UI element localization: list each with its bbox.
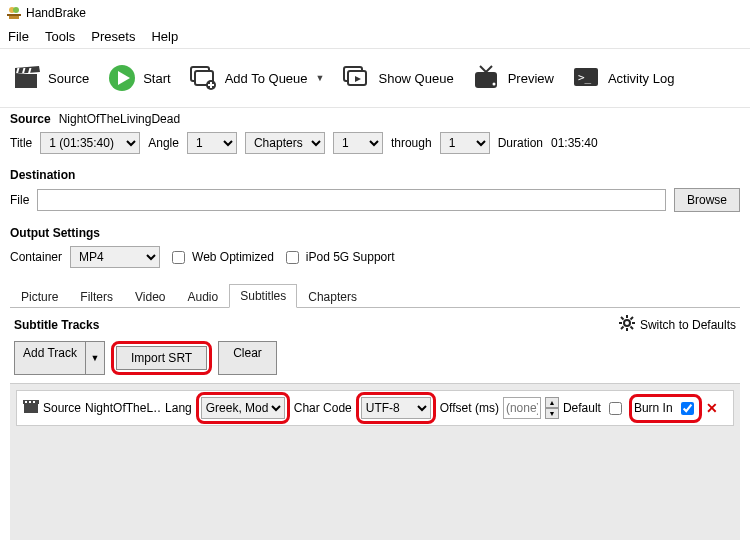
- toolbar-source-label: Source: [48, 71, 89, 86]
- track-lang-select[interactable]: Greek, Mod: [201, 397, 285, 419]
- row-icon: [23, 400, 39, 417]
- highlight-lang: Greek, Mod: [196, 392, 290, 424]
- destination-section: Destination File Browse: [0, 164, 750, 222]
- app-title: HandBrake: [26, 6, 86, 20]
- track-default-checkbox[interactable]: [609, 402, 622, 415]
- queue-add-icon: [189, 63, 219, 93]
- queue-icon: [342, 63, 372, 93]
- track-burnin-checkbox[interactable]: [681, 402, 694, 415]
- container-select[interactable]: MP4: [70, 246, 160, 268]
- angle-label: Angle: [148, 136, 179, 150]
- toolbar-show-queue-label: Show Queue: [378, 71, 453, 86]
- svg-rect-19: [475, 72, 497, 88]
- source-section: Source NightOfTheLivingDead Title 1 (01:…: [0, 108, 750, 164]
- toolbar-preview-label: Preview: [508, 71, 554, 86]
- svg-rect-34: [24, 404, 38, 413]
- play-icon: [107, 63, 137, 93]
- spinner-down[interactable]: ▼: [545, 408, 559, 419]
- title-select[interactable]: 1 (01:35:40): [40, 132, 140, 154]
- toolbar-preview[interactable]: Preview: [466, 59, 560, 97]
- toolbar-start[interactable]: Start: [101, 59, 176, 97]
- toolbar-start-label: Start: [143, 71, 170, 86]
- offset-spinner[interactable]: ▲ ▼: [545, 397, 559, 419]
- menu-help[interactable]: Help: [151, 29, 178, 44]
- toolbar-source[interactable]: Source: [6, 59, 95, 97]
- subtitle-tracks-heading: Subtitle Tracks: [14, 318, 99, 332]
- track-source-value: NightOfTheL…: [85, 401, 161, 415]
- terminal-icon: >_: [572, 63, 602, 93]
- add-track-button[interactable]: Add Track ▼: [14, 341, 105, 375]
- clapperboard-icon: [12, 63, 42, 93]
- title-bar: HandBrake: [0, 0, 750, 27]
- track-offset-input[interactable]: [503, 397, 541, 419]
- tab-picture[interactable]: Picture: [10, 285, 69, 308]
- highlight-burn-in: Burn In: [629, 394, 702, 423]
- gear-icon: [618, 314, 636, 335]
- svg-line-31: [630, 327, 633, 330]
- toolbar-add-to-queue[interactable]: Add To Queue ▼: [183, 59, 331, 97]
- svg-point-25: [624, 320, 630, 326]
- ipod-support-checkbox[interactable]: iPod 5G Support: [282, 248, 395, 267]
- menu-file[interactable]: File: [8, 29, 29, 44]
- track-source-label: Source: [43, 401, 81, 415]
- toolbar-activity-log[interactable]: >_ Activity Log: [566, 59, 680, 97]
- source-value: NightOfTheLivingDead: [59, 112, 180, 126]
- range-from-select[interactable]: 1: [333, 132, 383, 154]
- range-to-select[interactable]: 1: [440, 132, 490, 154]
- tabs: Picture Filters Video Audio Subtitles Ch…: [10, 284, 740, 308]
- switch-to-defaults[interactable]: Switch to Defaults: [618, 314, 736, 335]
- track-offset-label: Offset (ms): [440, 401, 499, 415]
- svg-rect-36: [25, 401, 27, 403]
- range-mode-select[interactable]: Chapters: [245, 132, 325, 154]
- track-default-label: Default: [563, 401, 601, 415]
- svg-line-20: [480, 66, 486, 72]
- svg-rect-37: [29, 401, 31, 403]
- browse-button[interactable]: Browse: [674, 188, 740, 212]
- toolbar-add-to-queue-label: Add To Queue: [225, 71, 308, 86]
- clear-button[interactable]: Clear: [218, 341, 277, 375]
- angle-select[interactable]: 1: [187, 132, 237, 154]
- output-settings-heading: Output Settings: [10, 226, 100, 240]
- svg-line-30: [621, 317, 624, 320]
- file-input[interactable]: [37, 189, 666, 211]
- menu-presets[interactable]: Presets: [91, 29, 135, 44]
- track-charcode-select[interactable]: UTF-8: [361, 397, 431, 419]
- app-icon: [6, 5, 22, 21]
- svg-line-21: [486, 66, 492, 72]
- tab-video[interactable]: Video: [124, 285, 176, 308]
- svg-point-22: [492, 83, 495, 86]
- menu-tools[interactable]: Tools: [45, 29, 75, 44]
- track-lang-label: Lang: [165, 401, 192, 415]
- container-label: Container: [10, 250, 62, 264]
- toolbar-show-queue[interactable]: Show Queue: [336, 59, 459, 97]
- subtitle-track-grid: Source NightOfTheL… Lang Greek, Mod Char…: [10, 383, 740, 540]
- import-srt-button[interactable]: Import SRT: [116, 346, 207, 370]
- svg-point-3: [13, 7, 19, 13]
- duration-value: 01:35:40: [551, 136, 598, 150]
- toolbar-activity-label: Activity Log: [608, 71, 674, 86]
- highlight-import-srt: Import SRT: [111, 341, 212, 375]
- subtitles-panel: Subtitle Tracks Switch to Defaults Add T…: [10, 308, 740, 538]
- svg-rect-1: [7, 14, 21, 16]
- source-label: Source: [10, 112, 51, 126]
- web-optimized-checkbox[interactable]: Web Optimized: [168, 248, 274, 267]
- svg-line-32: [630, 317, 633, 320]
- through-label: through: [391, 136, 432, 150]
- title-label: Title: [10, 136, 32, 150]
- file-label: File: [10, 193, 29, 207]
- highlight-charcode: UTF-8: [356, 392, 436, 424]
- tab-audio[interactable]: Audio: [177, 285, 230, 308]
- output-settings-section: Output Settings Container MP4 Web Optimi…: [0, 222, 750, 278]
- tab-filters[interactable]: Filters: [69, 285, 124, 308]
- tab-subtitles[interactable]: Subtitles: [229, 284, 297, 308]
- tab-chapters[interactable]: Chapters: [297, 285, 368, 308]
- caret-down-icon: ▼: [316, 73, 325, 83]
- track-burnin-label: Burn In: [634, 401, 673, 415]
- svg-rect-38: [33, 401, 35, 403]
- spinner-up[interactable]: ▲: [545, 397, 559, 408]
- duration-label: Duration: [498, 136, 543, 150]
- tv-icon: [472, 63, 502, 93]
- caret-down-icon[interactable]: ▼: [86, 341, 105, 375]
- delete-track-icon[interactable]: ✕: [706, 400, 718, 416]
- toolbar: Source Start Add To Queue ▼: [0, 49, 750, 107]
